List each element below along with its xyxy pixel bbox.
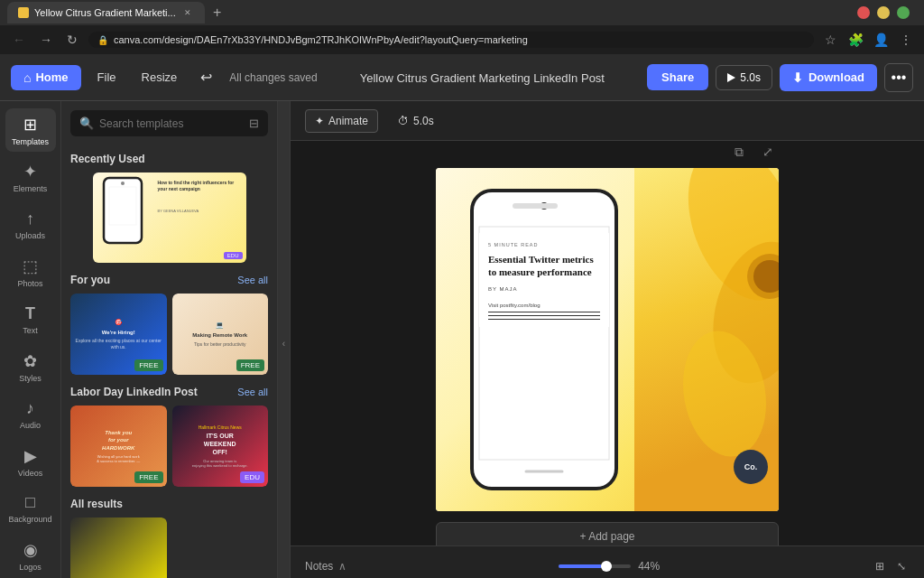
animate-button[interactable]: ✦ Animate	[305, 109, 378, 133]
zoom-slider-track	[559, 564, 631, 568]
download-button[interactable]: ⬇ Download	[780, 64, 877, 91]
profile-icon[interactable]: 👤	[872, 31, 890, 49]
tool-background[interactable]: □ Background	[5, 487, 56, 530]
labor-day-grid: Thank youfor yourHARDWORK Wishing all yo…	[70, 406, 268, 487]
labor-day-section-header: Labor Day LinkedIn Post See all	[70, 386, 268, 398]
all-results-section-header: All results	[70, 498, 268, 510]
tab-favicon	[18, 7, 29, 18]
styles-label: Styles	[19, 374, 42, 383]
home-button[interactable]: ⌂ Home	[11, 65, 81, 90]
templates-content: Recently Used How to find the right infl	[61, 142, 277, 578]
labor-day-card-1[interactable]: Thank youfor yourHARDWORK Wishing all yo…	[70, 406, 167, 487]
copy-icon: ⧉	[735, 144, 744, 160]
undo-button[interactable]: ↩	[193, 65, 218, 90]
share-button[interactable]: Share	[647, 64, 708, 90]
canvas-top-controls: ⧉ ⤢	[728, 141, 779, 163]
add-page-button[interactable]: + Add page	[436, 522, 779, 545]
videos-icon: ▶	[24, 446, 37, 466]
canva-header: ⌂ Home File Resize ↩ All changes saved Y…	[0, 54, 924, 101]
recently-used-template[interactable]: How to find the right influencers for yo…	[93, 172, 246, 263]
browser-tabs: Yellow Citrus Gradient Marketi... ✕ +	[0, 0, 924, 25]
grid-view-button[interactable]: ⊞	[872, 558, 888, 574]
edu-badge: EDU	[224, 252, 243, 259]
tool-videos[interactable]: ▶ Videos	[5, 440, 56, 483]
expand-button[interactable]: ⤢	[757, 141, 779, 163]
window-minimize[interactable]	[877, 6, 890, 19]
notes-button[interactable]: Notes	[305, 560, 333, 573]
tool-templates[interactable]: ⊞ Templates	[5, 108, 56, 152]
url-bar[interactable]: 🔒 canva.com/design/DAEn7rXb33Y/HNDJvBgm2…	[88, 32, 814, 48]
timer-label: 5.0s	[413, 115, 434, 127]
tools-sidebar: ⊞ Templates ✦ Elements ↑ Uploads ⬚ Photo…	[0, 101, 61, 578]
nav-back-button[interactable]: ←	[9, 31, 29, 49]
labor-day-see-all[interactable]: See all	[237, 387, 268, 397]
star-icon[interactable]: ☆	[821, 31, 839, 49]
saved-status: All changes saved	[229, 71, 317, 84]
canvas-toolbar: ✦ Animate ⏱ 5.0s	[291, 101, 924, 141]
svg-rect-7	[513, 203, 558, 209]
background-icon: □	[25, 493, 35, 512]
play-button[interactable]: 5.0s	[716, 65, 772, 90]
more-options-button[interactable]: •••	[884, 63, 913, 92]
all-results-grid	[70, 517, 268, 578]
window-close[interactable]	[857, 6, 870, 19]
tool-styles[interactable]: ✿ Styles	[5, 345, 56, 388]
timer-button[interactable]: ⏱ 5.0s	[389, 110, 443, 132]
labor-day-card-2[interactable]: Hallmark Citrus News IT'S OURWEEKENDOFF!…	[172, 406, 269, 487]
new-tab-button[interactable]: +	[208, 4, 226, 22]
templates-panel: 🔍 ⊟ Recently Used	[61, 101, 278, 578]
recently-used-title: Recently Used	[70, 153, 145, 165]
for-you-see-all[interactable]: See all	[237, 275, 268, 285]
zoom-controls: 44%	[559, 560, 660, 573]
copy-frame-button[interactable]: ⧉	[728, 141, 750, 163]
search-input[interactable]	[99, 117, 244, 130]
zoom-slider-fill	[559, 564, 602, 568]
zoom-slider-thumb[interactable]	[601, 561, 612, 572]
design-right-panel: Co.	[634, 168, 779, 511]
text-icon: T	[25, 304, 35, 323]
recently-used-grid: How to find the right influencers for yo…	[70, 172, 268, 263]
for-you-card-1[interactable]: 🎯 We're Hiring! Explore all the exciting…	[70, 294, 167, 375]
expand-icon: ⤢	[762, 144, 773, 159]
uploads-label: Uploads	[15, 231, 45, 240]
five-min-read-text: 5 MINUTE READ	[488, 242, 600, 247]
labor-day-title: Labor Day LinkedIn Post	[70, 386, 198, 398]
tool-uploads[interactable]: ↑ Uploads	[5, 203, 56, 247]
canvas-scroll[interactable]: ⧉ ⤢	[291, 141, 924, 545]
extensions-icon[interactable]: 🧩	[846, 31, 864, 49]
play-icon	[727, 73, 735, 82]
tool-photos[interactable]: ⬚ Photos	[5, 250, 56, 294]
undo-icon: ↩	[200, 69, 212, 86]
chevron-up-icon[interactable]: ∧	[338, 560, 346, 573]
browser-chrome: Yellow Citrus Gradient Marketi... ✕ + ← …	[0, 0, 924, 54]
animate-label: Animate	[328, 115, 368, 127]
canvas-bottom-bar: Notes ∧ 44% ⊞ ⤡	[291, 545, 924, 578]
filter-button[interactable]: ⊟	[249, 117, 259, 130]
window-maximize[interactable]	[897, 6, 910, 19]
panel-collapse-handle[interactable]: ‹	[278, 101, 291, 578]
resize-button[interactable]: Resize	[133, 65, 187, 89]
active-tab[interactable]: Yellow Citrus Gradient Marketi... ✕	[7, 2, 205, 23]
recently-used-phone-svg	[100, 176, 154, 248]
play-duration: 5.0s	[740, 71, 761, 84]
photos-icon: ⬚	[23, 256, 38, 276]
tool-elements[interactable]: ✦ Elements	[5, 155, 56, 199]
file-menu-button[interactable]: File	[88, 65, 125, 89]
nav-refresh-button[interactable]: ↻	[63, 31, 81, 49]
tool-text[interactable]: T Text	[5, 298, 56, 341]
settings-icon[interactable]: ⋮	[897, 31, 915, 49]
collapse-icon: ‹	[282, 339, 285, 349]
tab-close-button[interactable]: ✕	[181, 6, 194, 19]
nav-forward-button[interactable]: →	[36, 31, 56, 49]
tool-audio[interactable]: ♪ Audio	[5, 392, 56, 435]
elements-icon: ✦	[23, 162, 37, 182]
fullscreen-button[interactable]: ⤡	[893, 558, 910, 574]
templates-search-area: 🔍 ⊟	[61, 101, 277, 142]
home-icon: ⌂	[23, 70, 31, 85]
tool-logos[interactable]: ◉ Logos	[5, 535, 56, 578]
for-you-card-2[interactable]: 💻 Making Remote Work Tips for better pro…	[172, 294, 269, 375]
labor-edu-badge: EDU	[240, 471, 264, 483]
design-canvas[interactable]: 5 MINUTE READ Essential Twitter metrics …	[436, 168, 779, 511]
home-label: Home	[35, 70, 68, 84]
all-results-card-1[interactable]	[70, 517, 167, 578]
